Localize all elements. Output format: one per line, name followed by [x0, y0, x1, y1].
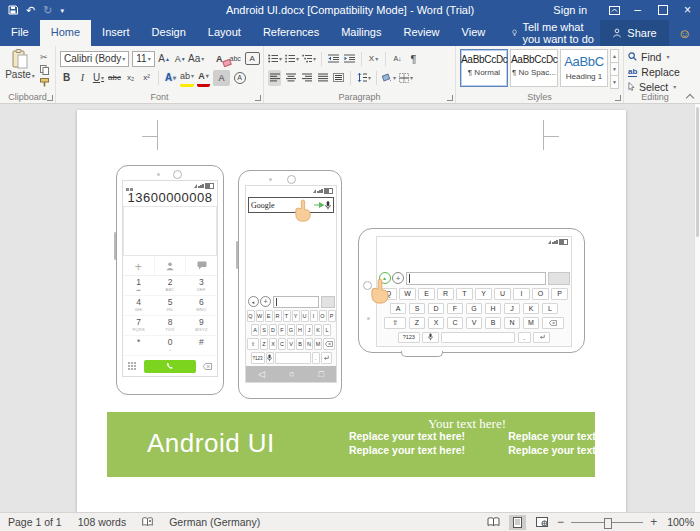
align-right-button[interactable]	[300, 70, 313, 86]
language-indicator[interactable]: German (Germany)	[169, 516, 260, 528]
styles-dialog-launcher[interactable]	[615, 95, 621, 101]
maximize-button[interactable]	[650, 0, 675, 20]
dial-sub: GHI	[123, 307, 154, 312]
dial-digit: 9	[186, 317, 217, 327]
increase-indent-button[interactable]	[343, 51, 356, 67]
zoom-slider-thumb[interactable]	[604, 518, 612, 529]
tab-review[interactable]: Review	[393, 20, 451, 46]
align-center-button[interactable]	[284, 70, 297, 86]
tell-me-box[interactable]: Tell me what you want to do	[512, 20, 600, 46]
enclose-characters-button[interactable]: A	[234, 72, 246, 84]
vertical-scrollbar[interactable]	[694, 104, 700, 512]
save-icon[interactable]	[8, 5, 18, 15]
numbering-button[interactable]	[285, 51, 299, 67]
subscript-button[interactable]: x₂	[124, 70, 137, 86]
undo-icon[interactable]: ↶	[26, 5, 35, 16]
ribbon-display-options-icon[interactable]	[603, 0, 625, 20]
copy-icon[interactable]	[40, 65, 49, 75]
web-layout-button[interactable]	[533, 515, 550, 530]
sort-button[interactable]: A↓	[391, 51, 404, 67]
show-formatting-marks-button[interactable]: ¶	[407, 51, 420, 67]
strikethrough-button[interactable]: abc	[108, 70, 121, 86]
contact-icon	[154, 256, 186, 275]
page-indicator[interactable]: Page 1 of 1	[8, 516, 62, 528]
redo-icon[interactable]: ↻	[43, 5, 52, 16]
tab-layout[interactable]: Layout	[197, 20, 252, 46]
zoom-in-button[interactable]: +	[650, 515, 657, 529]
cut-icon[interactable]	[40, 51, 49, 62]
paragraph-dialog-launcher[interactable]	[447, 95, 453, 101]
bottom-port	[401, 351, 443, 357]
clear-formatting-button[interactable]: A	[213, 51, 226, 67]
style--no-spac-[interactable]: AaBbCcDc¶ No Spac...	[510, 49, 558, 87]
collapse-ribbon-icon[interactable]	[687, 93, 693, 99]
character-shading-button[interactable]: A	[213, 70, 230, 86]
tab-mailings[interactable]: Mailings	[330, 20, 392, 46]
replace-button[interactable]: ab Replace	[628, 64, 682, 79]
proofing-icon[interactable]	[142, 517, 153, 527]
on-screen-keyboard: QWERTYUIOPASDFGHJKL⇧ZXCVBNM?123.	[377, 285, 571, 346]
style-scroll-down-icon[interactable]: ▼	[610, 63, 619, 76]
font-name-combo[interactable]: Calibri (Body	[60, 51, 129, 67]
key-t: T	[283, 310, 291, 322]
align-left-button[interactable]	[268, 70, 281, 86]
close-button[interactable]: ×	[675, 0, 700, 20]
tab-file[interactable]: File	[0, 20, 40, 46]
font-dialog-launcher[interactable]	[255, 95, 261, 101]
sign-in-link[interactable]: Sign in	[553, 4, 587, 16]
paste-button[interactable]: Paste	[4, 49, 36, 87]
font-color-button[interactable]: A	[197, 68, 210, 87]
zoom-slider[interactable]	[571, 522, 643, 523]
tab-design[interactable]: Design	[141, 20, 197, 46]
asian-layout-button[interactable]: X	[367, 51, 380, 67]
style-heading-1[interactable]: AaBbCHeading 1	[560, 49, 608, 87]
font-size-combo[interactable]: 11	[132, 51, 154, 67]
justify-button[interactable]	[316, 70, 329, 86]
share-button[interactable]: Share	[600, 20, 668, 46]
find-button[interactable]: Find	[628, 49, 682, 64]
text-effects-button[interactable]: A	[164, 70, 177, 86]
read-mode-button[interactable]	[485, 515, 502, 530]
print-layout-button[interactable]	[509, 515, 526, 530]
key-d: D	[428, 303, 445, 315]
superscript-button[interactable]: x²	[140, 70, 153, 86]
underline-button[interactable]: U	[92, 70, 105, 86]
style--normal[interactable]: AaBbCcDc¶ Normal	[460, 49, 508, 87]
line-spacing-button[interactable]	[356, 70, 371, 86]
shrink-font-button[interactable]: A▼	[174, 51, 187, 67]
zoom-out-button[interactable]: −	[557, 515, 564, 529]
feedback-smiley-icon[interactable]: ☺	[669, 20, 700, 46]
status-bar	[377, 237, 571, 246]
document-area[interactable]: 13600000008 1▬2ABC3DEF4GHI5JKL6MNO7PQRS8…	[0, 104, 700, 512]
borders-button[interactable]	[399, 70, 413, 86]
status-bar	[123, 181, 217, 190]
format-painter-icon[interactable]	[40, 78, 49, 87]
bullets-button[interactable]	[268, 51, 282, 67]
multilevel-list-button[interactable]	[302, 51, 316, 67]
bold-button[interactable]: B	[60, 70, 73, 86]
recents-icon: □	[319, 369, 324, 379]
minimize-button[interactable]: –	[625, 0, 650, 20]
tab-references[interactable]: References	[252, 20, 330, 46]
text-highlight-button[interactable]: ab	[180, 68, 194, 87]
dial-digit: 2	[154, 277, 185, 287]
tab-view[interactable]: View	[451, 20, 497, 46]
distributed-button[interactable]	[332, 70, 345, 86]
customize-qat-icon[interactable]: ▾	[60, 7, 64, 14]
style-gallery-more-icon[interactable]: ▼	[610, 76, 619, 89]
tab-home[interactable]: Home	[40, 20, 91, 46]
shading-button[interactable]	[382, 70, 396, 86]
status-icons	[194, 183, 215, 189]
tab-insert[interactable]: Insert	[91, 20, 141, 46]
grow-font-button[interactable]: A▲	[158, 51, 171, 67]
italic-button[interactable]: I	[76, 70, 89, 86]
dialed-number: 13600000008	[123, 190, 217, 205]
change-case-button[interactable]: Aa	[190, 51, 203, 67]
clipboard-dialog-launcher[interactable]	[47, 95, 53, 101]
style-scroll-up-icon[interactable]: ▲	[610, 49, 619, 63]
word-count[interactable]: 108 words	[78, 516, 126, 528]
zoom-level[interactable]: 100%	[667, 516, 694, 528]
scrollbar-thumb[interactable]	[696, 107, 699, 237]
character-border-button[interactable]: A	[245, 52, 260, 65]
decrease-indent-button[interactable]	[327, 51, 340, 67]
